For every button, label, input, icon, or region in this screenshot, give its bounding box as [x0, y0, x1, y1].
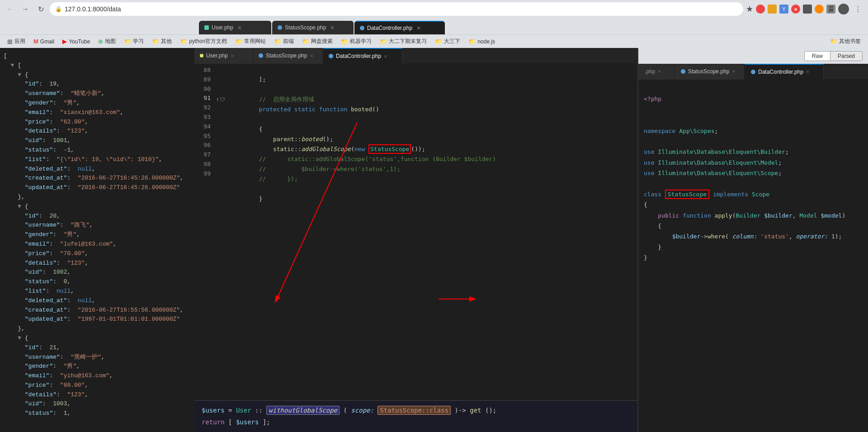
bookmark-senior2[interactable]: 📁 大三下 [431, 36, 464, 47]
editor-tab-statusscope-close[interactable]: × [310, 52, 313, 59]
right-tab-statusscope[interactable]: StatusScope.php × [675, 64, 745, 80]
browser-tab-user-php-label: User.php [212, 24, 233, 31]
editor-tab-datacontroller-close[interactable]: × [384, 53, 387, 60]
bookmark-gmail-label: Gmail [40, 38, 54, 45]
right-code-line-1: <?php [644, 95, 661, 102]
browser-tab-datacontroller-close[interactable]: × [415, 24, 422, 32]
browser-tab-datacontroller-php[interactable]: DataController.php × [354, 21, 445, 34]
bookmark-maps[interactable]: ⊕ 地图 [94, 36, 119, 47]
browser-tab-user-php[interactable]: User.php × [199, 21, 271, 34]
menu-button[interactable]: ⋮ [852, 3, 864, 15]
ext-icon-5[interactable] [803, 5, 812, 14]
editor-tab-datacontroller[interactable]: DataController.php × [323, 48, 402, 64]
bookmark-common-sites[interactable]: 📁 常用网站 [231, 36, 269, 47]
snippet-scope-param: scope: [351, 407, 374, 414]
right-tab-datacontroller-label: DataController.php [758, 69, 803, 75]
extension-icons: ★ Y ● ☰ [746, 4, 849, 14]
back-button[interactable]: ← [4, 3, 16, 15]
bookmark-star-icon[interactable]: ★ [746, 4, 753, 14]
browser-tab-statusscope-close[interactable]: × [329, 24, 336, 31]
json-collapse-arrow-1[interactable]: ▼ [11, 62, 14, 69]
bookmark-senior[interactable]: 📁 大二下期末复习 [376, 36, 430, 47]
editor-tab-datacontroller-icon [329, 54, 333, 58]
address-bar-wrapper[interactable]: 🔒 127.0.0.1:8000/data [50, 2, 743, 16]
ext-icon-3[interactable]: Y [779, 5, 788, 14]
bookmark-apps[interactable]: ⊞ 应用 [4, 36, 29, 47]
json-line-deleted2: "deleted_at": null, [0, 296, 194, 306]
editor-tab-statusscope[interactable]: StatusScope.php × [253, 48, 323, 64]
snippet-get: get [470, 407, 481, 414]
ln-95: 95 [194, 132, 212, 141]
json-line-list1: "list": "{\"id\": 19, \"uid\": 1010}", [0, 155, 194, 165]
bookmark-disk-search[interactable]: 📁 网盘搜索 [298, 36, 336, 47]
folder-icon-4: 📁 [235, 38, 242, 45]
ln-98: 98 [194, 160, 212, 169]
right-tab-datacontroller[interactable]: DataController.php × [745, 64, 824, 80]
bookmark-ml-label: 机器学习 [350, 38, 372, 45]
bookmark-gmail[interactable]: M Gmail [30, 37, 58, 46]
bookmark-frontend[interactable]: 📁 前端 [270, 36, 297, 47]
right-tab-something-close[interactable]: × [658, 68, 661, 75]
gutter-91: ↑ 🛡 [216, 95, 227, 104]
gutter-area: ↑ 🛡 [216, 64, 227, 432]
right-tab-datacontroller-close[interactable]: × [806, 69, 809, 75]
code-body: 88 89 90 91 92 93 94 95 96 97 98 99 [194, 64, 637, 432]
right-tab-datacontroller-icon [751, 70, 755, 74]
json-line-username1: "username": "蜡笔小新", [0, 89, 194, 99]
folder-icon-1: 📁 [124, 38, 131, 45]
bookmark-ml[interactable]: 📁 机器学习 [337, 36, 375, 47]
gutter-91-shield: 🛡 [220, 96, 225, 103]
code-line-88: ]; [231, 76, 266, 83]
json-line-uid3: "uid": 1003, [0, 399, 194, 409]
folder-icon-3: 📁 [180, 38, 187, 45]
right-tab-statusscope-close[interactable]: × [732, 68, 735, 75]
code-line-92: { [231, 126, 262, 133]
ext-icon-2[interactable] [768, 5, 777, 14]
browser-tab-statusscope-php[interactable]: StatusScope.php × [272, 21, 354, 34]
bookmark-senior2-label: 大三下 [444, 38, 460, 45]
bookmark-other[interactable]: 📁 其他 [148, 36, 175, 47]
bookmark-python-docs[interactable]: 📁 python官方文档 [176, 36, 231, 47]
right-code-line-ns2: namespace App\Scopes; [644, 128, 718, 134]
ln-99: 99 [194, 169, 212, 179]
json-line-3: ▼ { [0, 71, 194, 80]
json-line-deleted1: "deleted_at": null, [0, 165, 194, 174]
folder-icon-5: 📁 [274, 38, 281, 45]
ext-icon-7[interactable]: ☰ [826, 5, 835, 14]
right-tab-something[interactable]: .php × [638, 64, 675, 80]
reload-button[interactable]: ↻ [34, 3, 47, 15]
json-line-obj3: ▼ { [0, 334, 194, 343]
raw-button[interactable]: Raw [804, 51, 830, 61]
folder-icon-10: 📁 [468, 38, 476, 45]
right-code-line-use2: use Illuminate\Database\Eloquent\Model; [644, 159, 782, 166]
bookmark-learning[interactable]: 📁 学习 [120, 36, 147, 47]
folder-icon-9: 📁 [435, 38, 442, 45]
bookmark-other-books[interactable]: 📁 其他书签 [826, 36, 864, 47]
json-line-created2: "created_at": "2016-06-27T16:55:56.00000… [0, 306, 194, 315]
ln-92: 92 [194, 103, 212, 113]
right-code-content[interactable]: <?php namespace App\Scopes; use Illumina… [638, 80, 868, 432]
json-panel[interactable]: [ ▼ [ ▼ { "id": 19, "username": "蜡笔小新", … [0, 48, 194, 432]
ext-icon-4[interactable]: ● [791, 5, 800, 14]
ext-icon-6[interactable] [815, 5, 824, 14]
bookmark-frontend-label: 前端 [283, 38, 294, 45]
right-code-line-brace2: { [644, 223, 661, 229]
snippet-line-1: $users = User :: withoutGlobalScope ( sc… [202, 404, 630, 417]
right-code-line-brace1: { [644, 201, 647, 208]
parsed-button[interactable]: Parsed [830, 51, 863, 61]
code-line-93: parent::booted(); [231, 136, 333, 142]
browser-tab-user-php-close[interactable]: × [236, 24, 243, 31]
editor-tab-user-php[interactable]: User.php × [194, 48, 253, 64]
bookmark-youtube[interactable]: ▶ YouTube [59, 37, 94, 46]
bookmark-other-books-label: 其他书签 [839, 38, 861, 45]
json-collapse-arrow-2[interactable]: ▼ [18, 71, 21, 78]
json-collapse-arrow-4[interactable]: ▼ [18, 335, 21, 342]
editor-tab-user-close[interactable]: × [231, 52, 234, 59]
bookmark-nodejs[interactable]: 📁 node.js [465, 37, 499, 46]
ext-icon-1[interactable] [756, 5, 765, 14]
json-collapse-arrow-3[interactable]: ▼ [18, 203, 21, 210]
browser-window: ← → ↻ 🔒 127.0.0.1:8000/data ★ Y ● ☰ ⋮ [0, 0, 868, 48]
code-content[interactable]: ]; // 启用全局作用域 protected static function … [227, 64, 637, 432]
forward-button[interactable]: → [19, 3, 32, 15]
profile-icon[interactable] [838, 4, 849, 14]
